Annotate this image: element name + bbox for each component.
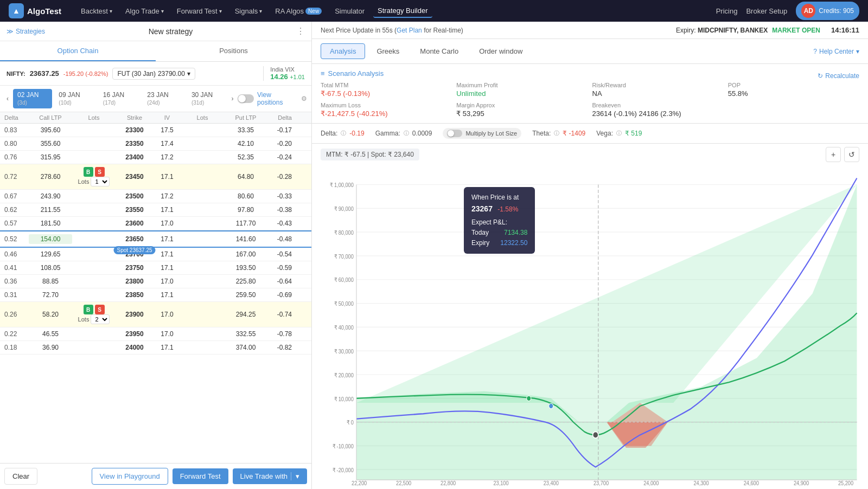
lots-call: B S Lots 2 (72, 305, 116, 324)
table-row: 0.72 278.60 B S Lots 1 23450 17.1 64.80 … (0, 164, 311, 190)
broker-setup-link[interactable]: Broker Setup (746, 7, 787, 15)
buy-button[interactable]: B (84, 167, 93, 177)
option-chain-header: Delta Call LTP Lots Strike IV Lots Put L… (0, 112, 311, 124)
total-mtm-value: ₹-67.5 (-0.13%) (321, 89, 452, 98)
nav-forward-test[interactable]: Forward Test ▾ (173, 5, 226, 17)
nav-signals[interactable]: Signals ▾ (231, 5, 267, 17)
sell-button[interactable]: S (95, 167, 105, 177)
tab-analysis[interactable]: Analysis (321, 43, 365, 59)
live-trade-label: Live Trade with (240, 472, 288, 480)
chevron-down-icon: ▾ (161, 8, 164, 14)
date-item-4[interactable]: 30 JAN (31d) (187, 89, 229, 108)
gamma-label: Gamma: (375, 130, 400, 137)
date-more-icon[interactable]: › (231, 95, 233, 102)
strike: 23650 Spot 23637.25 (116, 235, 154, 243)
vix-price: 14.26 (270, 73, 288, 81)
nav-simulator[interactable]: Simulator (330, 5, 369, 17)
get-plan-link[interactable]: Get Plan (397, 27, 422, 34)
sell-button[interactable]: S (95, 305, 105, 314)
buy-button[interactable]: B (84, 305, 93, 314)
table-row: 0.36 88.85 23800 17.0 225.80 -0.64 (0, 275, 311, 288)
call-ltp: 395.60 (29, 126, 72, 134)
left-panel: ≫ Strategies New strategy ⋮ Option Chain… (0, 22, 312, 489)
tab-positions[interactable]: Positions (156, 41, 311, 61)
date-prev-icon[interactable]: ‹ (4, 94, 11, 104)
tab-greeks[interactable]: Greeks (367, 43, 409, 59)
theta-info-icon[interactable]: ⓘ (554, 130, 559, 137)
svg-text:₹ 0: ₹ 0 (347, 420, 354, 426)
svg-text:22,800: 22,800 (441, 480, 456, 486)
view-toggle[interactable]: View positions (238, 91, 296, 106)
tab-option-chain[interactable]: Option Chain (0, 41, 156, 61)
bs-buttons: B S (72, 305, 116, 314)
lots-select[interactable]: 1 (91, 177, 110, 186)
svg-text:24,900: 24,900 (794, 480, 809, 486)
recalculate-button[interactable]: ↻ Recalculate (818, 72, 859, 80)
payoff-svg: ₹ 1,00,000 ₹ 90,000 ₹ 80,000 ₹ 70,000 ₹ … (312, 165, 868, 486)
iv: 17.1 (154, 291, 181, 299)
pop-value: 55.8% (728, 89, 859, 98)
live-trade-button[interactable]: Live Trade with ▾ (233, 468, 307, 484)
playground-button[interactable]: View in Playground (92, 468, 168, 485)
date-item-0[interactable]: 02 JAN (3d) (13, 89, 52, 108)
iv: 17.1 (154, 344, 181, 351)
date-item-3[interactable]: 23 JAN (24d) (143, 89, 185, 108)
delta-info-icon[interactable]: ⓘ (341, 130, 346, 137)
svg-text:₹ 10,000: ₹ 10,000 (334, 396, 354, 402)
clear-button[interactable]: Clear (4, 468, 37, 485)
lot-toggle-switch[interactable] (447, 130, 462, 137)
call-ltp: 181.50 (29, 220, 72, 227)
nav-algo-trade[interactable]: Algo Trade ▾ (121, 5, 168, 17)
date-item-2[interactable]: 16 JAN (17d) (99, 89, 141, 108)
delta-call: 0.46 (4, 250, 29, 258)
delta-call: 0.62 (4, 206, 29, 214)
zoom-in-button[interactable]: + (826, 147, 841, 162)
table-row: 0.22 46.55 23950 17.0 332.55 -0.78 (0, 327, 311, 341)
nav-strategy-builder[interactable]: Strategy Builder (373, 4, 432, 18)
fut-selector[interactable]: FUT (30 Jan) 23790.00 ▾ (112, 68, 195, 80)
theta-greek: Theta: ⓘ ₹ -1409 (532, 130, 585, 137)
lots-selector: Lots 2 (72, 314, 116, 324)
put-ltp: 193.50 (224, 264, 267, 272)
forward-test-button[interactable]: Forward Test (173, 468, 228, 484)
delta-call: 0.67 (4, 192, 29, 200)
user-avatar[interactable]: AD (801, 4, 815, 18)
iv: 17.0 (154, 220, 181, 227)
more-options-icon[interactable]: ⋮ (296, 26, 305, 36)
settings-icon[interactable]: ⚙ (301, 95, 307, 102)
help-center-button[interactable]: ? Help Center ▾ (813, 48, 859, 55)
reset-zoom-button[interactable]: ↺ (844, 147, 859, 162)
market-time: 14:16:11 (831, 26, 859, 34)
col-lots-put: Lots (181, 114, 224, 121)
view-positions-label[interactable]: View positions (257, 91, 296, 106)
svg-text:₹ 40,000: ₹ 40,000 (334, 324, 354, 331)
nav-backtest[interactable]: Backtest ▾ (76, 5, 117, 17)
call-ltp: 36.90 (29, 344, 72, 351)
strategies-button[interactable]: ≫ Strategies (7, 28, 45, 35)
nav-ra-algos[interactable]: RA Algos New (271, 5, 326, 17)
lots-call: B S Lots 1 (72, 167, 116, 186)
live-trade-dropdown-icon[interactable]: ▾ (291, 472, 299, 480)
bottom-action-bar: Clear View in Playground Forward Test Li… (0, 463, 311, 489)
gamma-info-icon[interactable]: ⓘ (404, 130, 409, 137)
tab-order-window[interactable]: Order window (470, 43, 532, 59)
vega-info-icon[interactable]: ⓘ (616, 130, 622, 137)
lot-toggle-label: Multiply by Lot Size (465, 130, 517, 137)
svg-text:₹ 60,000: ₹ 60,000 (334, 277, 354, 284)
price-update-info: Next Price Update in 55s (Get Plan for R… (321, 27, 463, 34)
lots-select[interactable]: 2 (91, 314, 110, 324)
delta-call: 0.76 (4, 153, 29, 161)
toggle-control[interactable] (238, 94, 254, 103)
call-ltp: 355.60 (29, 140, 72, 147)
delta-call: 0.18 (4, 344, 29, 351)
iv: 17.1 (154, 173, 181, 181)
tab-monte-carlo[interactable]: Monte Carlo (411, 43, 468, 59)
lot-size-toggle[interactable]: Multiply by Lot Size (443, 128, 521, 139)
svg-text:₹ -20,000: ₹ -20,000 (333, 467, 354, 473)
logo[interactable]: ▲ AlgoTest (9, 3, 61, 18)
date-item-1[interactable]: 09 JAN (10d) (54, 89, 97, 108)
pricing-link[interactable]: Pricing (716, 7, 738, 15)
max-loss-value: ₹-21,427.5 (-40.21%) (321, 110, 452, 118)
table-row: 0.18 36.90 24000 17.1 374.00 -0.82 (0, 341, 311, 355)
col-iv: IV (154, 114, 181, 121)
